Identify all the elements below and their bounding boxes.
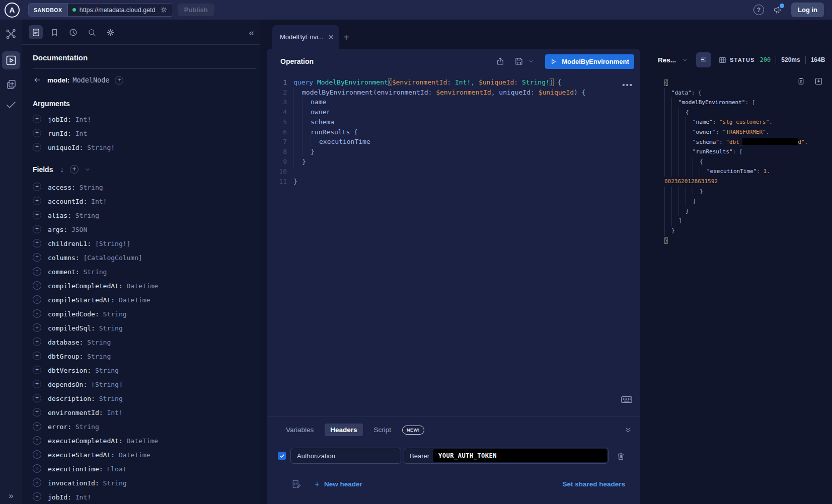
field-row[interactable]: +description: String: [33, 391, 258, 405]
field-row[interactable]: +error: String: [33, 419, 258, 433]
back-arrow-icon[interactable]: [33, 75, 42, 85]
add-field-button[interactable]: +: [33, 478, 41, 487]
add-field-button[interactable]: +: [33, 211, 41, 219]
fields-add-chevron-icon[interactable]: [85, 166, 91, 173]
delete-header-icon[interactable]: [616, 451, 626, 461]
explorer-nav-item[interactable]: [2, 51, 20, 69]
add-field-button[interactable]: +: [33, 183, 41, 191]
field-row[interactable]: +runId: Int: [33, 126, 258, 140]
endpoint-url-text[interactable]: https://metadata.cloud.getd: [80, 7, 156, 14]
add-field-button[interactable]: +: [33, 366, 41, 374]
tab-variables[interactable]: Variables: [282, 424, 318, 436]
schema-graph-icon[interactable]: [5, 28, 17, 40]
add-model-button[interactable]: +: [115, 76, 123, 85]
save-operation-icon[interactable]: [514, 57, 523, 66]
editor-more-menu-icon[interactable]: •••: [622, 80, 633, 89]
field-row[interactable]: +compiledSql: String: [33, 320, 258, 334]
add-field-button[interactable]: +: [33, 408, 41, 416]
search-tab-icon[interactable]: [85, 25, 99, 39]
docs-nav-icon[interactable]: [5, 78, 17, 91]
field-row[interactable]: +accountId: Int!: [33, 194, 258, 208]
field-row[interactable]: +executeCompletedAt: DateTime: [33, 433, 258, 447]
settings-tab-icon[interactable]: [103, 25, 117, 39]
field-row[interactable]: +dbtGroup: String: [33, 349, 258, 363]
add-field-button[interactable]: +: [33, 352, 41, 360]
tab-headers[interactable]: Headers: [325, 424, 362, 436]
response-title-chevron-icon[interactable]: [682, 57, 688, 63]
add-field-button[interactable]: +: [33, 253, 41, 262]
field-row[interactable]: +compileCompletedAt: DateTime: [33, 278, 258, 292]
model-type-link[interactable]: ModelNode: [72, 76, 109, 84]
field-row[interactable]: +dbtVersion: String: [33, 363, 258, 377]
table-view-icon[interactable]: [715, 52, 730, 67]
add-field-button[interactable]: +: [33, 295, 41, 304]
save-menu-chevron-icon[interactable]: [528, 58, 534, 64]
add-field-button[interactable]: +: [33, 267, 41, 276]
operation-tab[interactable]: ModelByEnvi... ✕: [272, 25, 339, 49]
sort-fields-icon[interactable]: ↓: [60, 165, 64, 174]
field-row[interactable]: +environmentId: Int!: [33, 405, 258, 419]
history-tab-icon[interactable]: [66, 25, 80, 39]
field-row[interactable]: +compileStartedAt: DateTime: [33, 292, 258, 306]
tab-script[interactable]: Script: [370, 424, 396, 436]
add-field-button[interactable]: +: [33, 309, 41, 318]
add-field-button[interactable]: +: [33, 394, 41, 402]
announcements-megaphone-icon[interactable]: [773, 5, 783, 15]
add-field-button[interactable]: +: [33, 239, 41, 247]
field-row[interactable]: +comment: String: [33, 264, 258, 278]
download-response-icon[interactable]: [814, 77, 823, 86]
script-file-icon[interactable]: [291, 479, 301, 489]
header-name-input[interactable]: Authorization: [290, 448, 401, 464]
response-body[interactable]: {"data": {"modelByEnvironment": [{"name"…: [647, 71, 832, 245]
add-field-button[interactable]: +: [33, 323, 41, 332]
field-row[interactable]: +uniqueId: String!: [33, 140, 258, 154]
add-field-button[interactable]: +: [33, 436, 41, 445]
documentation-tab-icon[interactable]: [29, 25, 43, 39]
add-all-fields-button[interactable]: +: [70, 165, 79, 174]
new-header-button[interactable]: + New header: [315, 479, 362, 489]
header-enabled-checkbox[interactable]: [278, 452, 286, 460]
auth-token-value[interactable]: YOUR_AUTH_TOKEN: [433, 449, 607, 462]
add-field-button[interactable]: +: [33, 129, 41, 137]
run-operation-button[interactable]: ModelByEnvironment: [545, 54, 634, 69]
add-field-button[interactable]: +: [33, 197, 41, 205]
add-field-button[interactable]: +: [33, 225, 41, 233]
field-row[interactable]: +dependsOn: [String]: [33, 377, 258, 391]
add-field-button[interactable]: +: [33, 143, 41, 151]
field-row[interactable]: +executionTime: Float: [33, 461, 258, 475]
field-row[interactable]: +childrenL1: [String!]: [33, 236, 258, 250]
editor-code[interactable]: query ModelByEnvironment($environmentId:…: [293, 77, 586, 187]
add-field-button[interactable]: +: [33, 464, 41, 473]
collapse-panel-icon[interactable]: «: [249, 28, 254, 37]
header-value-input[interactable]: Bearer YOUR_AUTH_TOKEN: [404, 448, 609, 464]
raw-view-icon[interactable]: [696, 52, 711, 67]
field-row[interactable]: +args: JSON: [33, 222, 258, 236]
add-field-button[interactable]: +: [33, 492, 41, 501]
add-field-button[interactable]: +: [33, 380, 41, 388]
field-row[interactable]: +columns: [CatalogColumn]: [33, 250, 258, 264]
collapse-bottom-panel-icon[interactable]: [624, 426, 632, 434]
keyboard-shortcuts-icon[interactable]: [621, 396, 632, 403]
set-shared-headers-link[interactable]: Set shared headers: [562, 480, 625, 488]
bookmarks-tab-icon[interactable]: [47, 25, 61, 39]
expand-rail-icon[interactable]: »: [9, 491, 13, 501]
field-row[interactable]: +jobId: Int!: [33, 112, 258, 126]
operation-editor[interactable]: 1234567891011 query ModelByEnvironment($…: [267, 77, 640, 187]
add-field-button[interactable]: +: [33, 281, 41, 290]
login-button[interactable]: Log in: [791, 3, 824, 17]
field-row[interactable]: +invocationId: String: [33, 475, 258, 489]
add-field-button[interactable]: +: [33, 115, 41, 123]
add-field-button[interactable]: +: [33, 338, 41, 346]
field-row[interactable]: +database: String: [33, 334, 258, 349]
field-row[interactable]: +alias: String: [33, 208, 258, 222]
close-tab-icon[interactable]: ✕: [328, 34, 334, 41]
copy-response-icon[interactable]: [797, 77, 805, 86]
add-field-button[interactable]: +: [33, 450, 41, 459]
help-icon[interactable]: ?: [753, 5, 764, 15]
new-tab-button[interactable]: +: [343, 32, 349, 42]
field-row[interactable]: +compiledCode: String: [33, 306, 258, 320]
publish-button[interactable]: Publish: [178, 4, 214, 16]
endpoint-url-input[interactable]: https://metadata.cloud.getd: [68, 4, 173, 16]
share-operation-icon[interactable]: [496, 57, 505, 66]
checks-nav-icon[interactable]: [5, 99, 17, 111]
